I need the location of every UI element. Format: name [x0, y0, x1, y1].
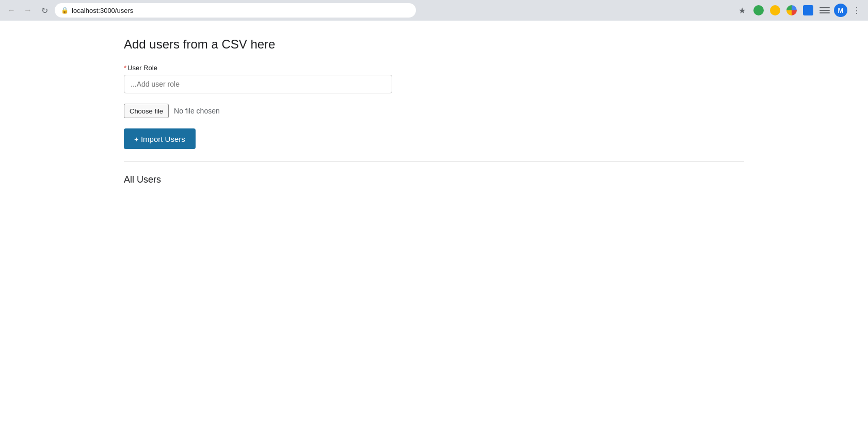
extensions-lines-icon	[819, 5, 830, 15]
divider	[124, 161, 744, 162]
address-bar[interactable]: 🔒 localhost:3000/users	[55, 3, 416, 18]
bookmark-button[interactable]: ★	[735, 3, 749, 18]
required-star: *	[124, 64, 126, 72]
extension-colorful-icon	[786, 5, 797, 15]
chrome-menu-button[interactable]: ⋮	[849, 3, 864, 18]
user-role-input[interactable]	[124, 75, 392, 93]
forward-button[interactable]: →	[21, 3, 35, 18]
user-role-label: * User Role	[124, 64, 744, 72]
page-title: Add users from a CSV here	[124, 37, 744, 52]
user-role-section: * User Role	[124, 64, 744, 93]
extension-colorful-button[interactable]	[784, 3, 799, 18]
file-input-row: Choose file No file chosen	[124, 104, 744, 118]
url-text: localhost:3000/users	[72, 7, 133, 14]
toolbar-right: ★ M ⋮	[735, 3, 864, 18]
extension-circle-icon	[770, 5, 780, 15]
extension-circle-button[interactable]	[768, 3, 782, 18]
page-content: Add users from a CSV here * User Role Ch…	[0, 21, 868, 423]
no-file-text: No file chosen	[174, 107, 220, 115]
profile-avatar[interactable]: M	[834, 4, 847, 17]
lock-icon: 🔒	[61, 7, 69, 14]
import-users-button[interactable]: + Import Users	[124, 128, 196, 149]
extension-green-button[interactable]	[751, 3, 766, 18]
browser-chrome: ← → ↻ 🔒 localhost:3000/users ★ M ⋮	[0, 0, 868, 21]
extension-green-icon	[753, 5, 764, 15]
back-button[interactable]: ←	[4, 3, 19, 18]
reload-button[interactable]: ↻	[37, 3, 52, 18]
user-role-label-text: User Role	[127, 64, 157, 72]
extensions-menu-button[interactable]	[817, 3, 832, 18]
extension-blue-icon	[803, 5, 813, 15]
all-users-heading: All Users	[124, 174, 744, 185]
choose-file-button[interactable]: Choose file	[124, 104, 169, 118]
extension-blue-button[interactable]	[801, 3, 815, 18]
nav-buttons: ← → ↻	[4, 3, 52, 18]
